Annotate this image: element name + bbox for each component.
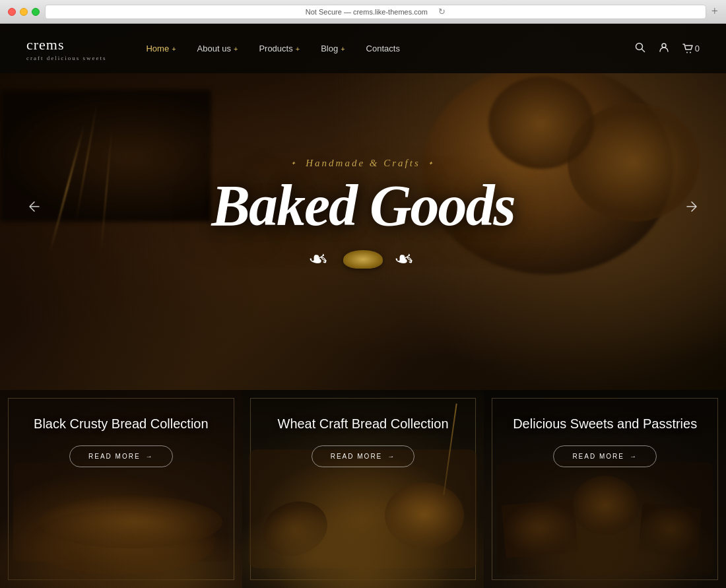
card-2-title: Wheat Craft Bread Collection: [278, 415, 449, 432]
hero-next-arrow[interactable]: [677, 192, 706, 225]
card-2-baguette: [255, 492, 335, 564]
nav-item-blog[interactable]: Blog +: [321, 44, 345, 53]
main-nav: Home + About us + Products + Blog + Cont…: [146, 44, 399, 53]
minimize-button[interactable]: [20, 8, 28, 16]
address-bar[interactable]: Not Secure — crems.like-themes.com ↻: [45, 5, 706, 19]
nav-item-contacts[interactable]: Contacts: [366, 44, 400, 53]
card-3: Delicious Sweets and Passtries READ MORE…: [484, 390, 726, 588]
logo[interactable]: crems craft delicious sweets: [26, 36, 106, 61]
card-1: Black Crusty Bread Collection READ MORE …: [0, 390, 242, 588]
card-1-title: Black Crusty Bread Collection: [34, 415, 209, 432]
swirl-right: ❧: [396, 245, 416, 273]
nav-item-about[interactable]: About us +: [197, 44, 238, 53]
close-button[interactable]: [8, 8, 16, 16]
card-1-bread: [13, 463, 229, 562]
nav-item-home[interactable]: Home +: [146, 44, 176, 53]
card-3-read-more[interactable]: READ MORE →: [553, 445, 657, 467]
search-icon[interactable]: [635, 42, 645, 55]
cart-icon[interactable]: 0: [682, 44, 700, 54]
card-3-sweet-3: [572, 476, 638, 535]
site-header: crems craft delicious sweets Home + Abou…: [0, 24, 726, 73]
hero-section: Handmade & Crafts Baked Goods ❧ ❧: [0, 24, 726, 393]
hero-subtitle: Handmade & Crafts: [291, 158, 435, 169]
hero-content: Handmade & Crafts Baked Goods ❧ ❧: [0, 24, 726, 393]
cart-count: 0: [695, 44, 700, 53]
card-3-sweet-2: [638, 503, 702, 558]
card-2: Wheat Craft Bread Collection READ MORE →: [242, 390, 484, 588]
nav-plus-products: +: [296, 45, 300, 53]
logo-tagline: craft delicious sweets: [26, 55, 106, 61]
svg-line-1: [642, 49, 644, 51]
traffic-lights: [8, 8, 40, 16]
bread-loaf-icon: [343, 250, 383, 269]
hero-title: Baked Goods: [211, 177, 515, 235]
card-2-roll: [385, 482, 464, 548]
reload-icon[interactable]: ↻: [438, 7, 446, 16]
logo-name: crems: [26, 36, 106, 53]
nav-plus-blog: +: [341, 45, 345, 53]
card-1-read-more[interactable]: READ MORE →: [69, 445, 173, 467]
hero-prev-arrow[interactable]: [20, 192, 49, 225]
user-icon[interactable]: [659, 42, 669, 55]
card-1-bread-2: [26, 509, 216, 575]
svg-point-4: [690, 51, 691, 53]
swirl-left: ❧: [310, 245, 330, 273]
website: crems craft delicious sweets Home + Abou…: [0, 24, 726, 588]
nav-item-products[interactable]: Products +: [259, 44, 300, 53]
maximize-button[interactable]: [32, 8, 40, 16]
hero-decoration: ❧ ❧: [310, 245, 416, 273]
nav-plus-home: +: [172, 45, 176, 53]
card-2-read-more[interactable]: READ MORE →: [312, 445, 415, 467]
nav-plus-about: +: [234, 45, 238, 53]
card-1-seed: [40, 496, 222, 548]
new-tab-button[interactable]: +: [711, 5, 718, 18]
cards-section: Black Crusty Bread Collection READ MORE …: [0, 390, 726, 588]
card-2-bread: [249, 449, 478, 568]
card-3-title: Delicious Sweets and Passtries: [513, 415, 697, 432]
card-3-sweet-1: [502, 499, 579, 558]
svg-point-3: [686, 51, 688, 53]
header-icons: 0: [635, 42, 700, 55]
url-text: Not Secure — crems.like-themes.com: [306, 8, 428, 16]
browser-chrome: Not Secure — crems.like-themes.com ↻ +: [0, 0, 726, 24]
svg-point-2: [662, 44, 666, 48]
